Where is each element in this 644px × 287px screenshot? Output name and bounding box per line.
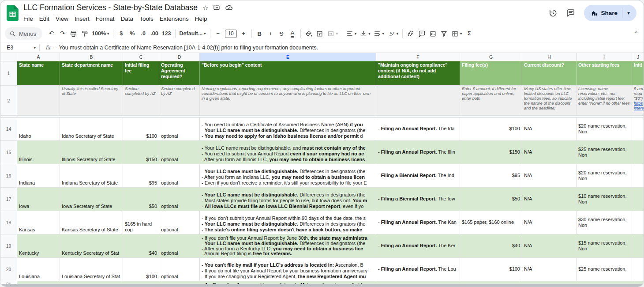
cell-D19[interactable]: optional [159,234,200,258]
italic-icon[interactable]: I [265,28,276,39]
print-icon[interactable] [68,28,79,39]
cell-H1[interactable]: Current discount? [522,61,577,86]
zoom-control[interactable]: 100%▾ [90,28,111,39]
cell-F17[interactable]: - Filing a Biennial Report. The Iow [376,188,460,211]
comments-icon[interactable] [566,8,575,17]
row-header-20[interactable]: 20 [0,258,17,281]
column-header-E[interactable]: E [200,53,376,61]
insert-link-icon[interactable] [405,28,416,39]
cell-A19[interactable]: Kentucky [17,234,60,258]
cell-G16[interactable]: $95 [460,164,522,188]
cell-G1[interactable]: Filing fee(s) [460,61,522,86]
decrease-decimal-icon[interactable]: .0 [138,28,149,39]
sheets-logo[interactable] [7,5,19,21]
cell-C15[interactable]: $150 [123,141,159,164]
move-folder-icon[interactable] [213,4,220,11]
cell-F20[interactable]: - Filing an Annual Report. The Lou [376,258,460,281]
share-dropdown-icon[interactable]: ▼ [622,11,635,15]
menu-edit[interactable]: Edit [36,15,52,23]
font-size-input[interactable]: 10 [225,30,237,38]
text-wrap-icon[interactable]: ▾ [372,28,386,39]
cell-C14[interactable]: $100 [123,117,159,141]
cell-C2[interactable]: Section completed by AZ [123,86,159,116]
formula-input[interactable]: - You must obtain a Certificate of Name … [56,45,644,51]
cell-I18[interactable]: $30 name reservation, Non [577,211,632,234]
merge-cells-icon[interactable]: ▾ [325,28,340,39]
hide-menus-icon[interactable]: ⌃ [634,30,638,37]
cell-I1[interactable]: Other starting fees [577,61,632,86]
text-color-icon[interactable]: A [291,30,295,38]
column-header-I[interactable]: I [577,53,632,61]
text-rotation-icon[interactable]: A▾ [386,28,400,39]
cell-F1[interactable]: "Maintain ongoing compliance" content (i… [376,61,460,86]
insert-chart-icon[interactable] [427,28,438,39]
cell-E14[interactable]: - You need to obtain a Certificate of As… [200,117,376,141]
cell-B20[interactable]: Louisiana Secretary of Stat [60,258,123,281]
cell-H18[interactable]: N/A [522,211,577,234]
horizontal-align-icon[interactable]: ▾ [344,28,358,39]
column-header-B[interactable]: B [60,53,123,61]
cell-G15[interactable]: $150 [460,141,522,164]
cell-A2[interactable] [17,86,60,116]
cell-H16[interactable]: N/A [522,164,577,188]
cell-C20[interactable]: $100 [123,258,159,281]
cell-J16[interactable] [632,164,644,188]
paint-format-icon[interactable] [79,28,90,39]
table-views-icon[interactable]: ▾ [449,28,464,39]
cell-G18[interactable]: $165 paper, $160 online [460,211,522,234]
cell-E16[interactable]: - Your LLC name must be distinguishable.… [200,164,376,188]
menu-insert[interactable]: Insert [71,15,93,23]
cell-B16[interactable]: Indiana Secretary of State [60,164,123,188]
cell-D14[interactable]: optional [159,117,200,141]
cell-H17[interactable]: N/A [522,188,577,211]
menu-format[interactable]: Format [93,15,118,23]
strikethrough-icon[interactable]: S [276,28,287,39]
column-header-G[interactable]: G [460,53,522,61]
cell-C19[interactable]: $40 [123,234,159,258]
share-button[interactable]: Share ▼ [584,5,637,21]
cell-H15[interactable]: N/A [522,141,577,164]
cell-H2[interactable]: Many US states offer time-limited discou… [522,86,577,116]
cell-J19[interactable] [632,234,644,258]
cell-H20[interactable]: N/A [522,258,577,281]
cell-C18[interactable]: $165 in hard cop [123,211,159,234]
column-header-F[interactable]: F [376,53,460,61]
cell-E1[interactable]: "Before you begin" content [200,61,376,86]
cell-F15[interactable]: - Filing an Annual Report. The Illin [376,141,460,164]
cell-J17[interactable] [632,188,644,211]
more-formats-icon[interactable]: 123 [160,28,173,39]
row-header-18[interactable]: 18 [0,211,17,234]
row-header-2[interactable]: 2 [0,86,17,116]
cell-D16[interactable]: optional [159,164,200,188]
cell-I17[interactable]: $10 name reservation, Non [577,188,632,211]
cell-B19[interactable]: Kentucky Secretary of Stat [60,234,123,258]
column-header-J[interactable]: J [632,53,644,61]
cell-F18[interactable]: - Filing an Annual Report. The Kan [376,211,460,234]
cell-G20[interactable]: $100 [460,258,522,281]
cell-B15[interactable]: Illinois Secretary of State [60,141,123,164]
cell-C1[interactable]: Initial filing fee [123,61,159,86]
cell-A16[interactable]: Indiana [17,164,60,188]
cell-A20[interactable]: Louisiana [17,258,60,281]
row-header-15[interactable]: 15 [0,141,17,164]
cell-B18[interactable]: Kansas Secretary of State [60,211,123,234]
row-header-16[interactable]: 16 [0,164,17,188]
cell-D17[interactable]: optional [159,188,200,211]
menu-view[interactable]: View [52,15,71,23]
cell-E2[interactable]: Naming regulations, reporting requiremen… [200,86,376,116]
cell-J1[interactable]: Initi [632,61,644,86]
cell-E19[interactable]: - If you don't file your Annual Report b… [200,234,376,258]
cell-J20[interactable] [632,258,644,281]
menus-search-button[interactable]: Menus [5,27,42,40]
menu-help[interactable]: Help [192,15,210,23]
cell-A1[interactable]: State name [17,61,60,86]
row-header-1[interactable]: 1 [0,61,17,86]
functions-icon[interactable]: Σ [464,28,475,39]
format-percent-icon[interactable]: % [127,28,138,39]
borders-icon[interactable] [314,28,325,39]
cell-B14[interactable]: Idaho Secretary of State [60,117,123,141]
cell-D2[interactable]: Section completed by AZ [159,86,200,116]
cell-G17[interactable]: $50 [460,188,522,211]
name-box[interactable]: E3 ▾ [0,42,39,53]
cell-I2[interactable]: Licensing, name reservation, etc.; not i… [577,86,632,116]
